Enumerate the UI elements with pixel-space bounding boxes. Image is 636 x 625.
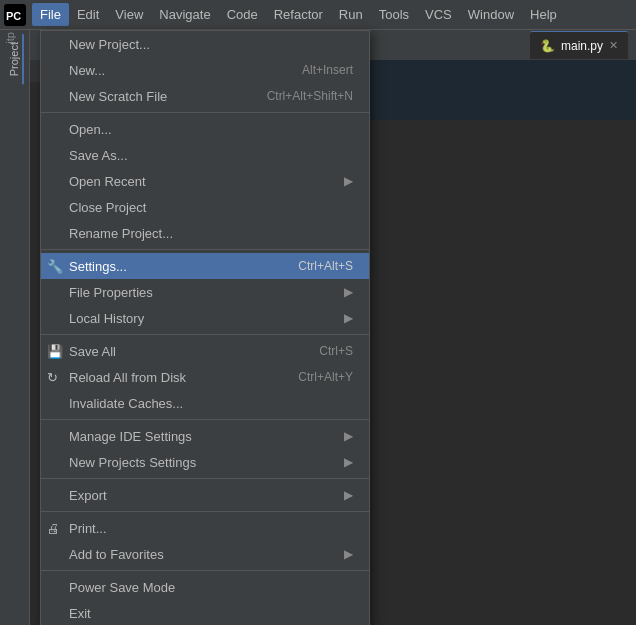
submenu-arrow-icon: ▶ — [344, 547, 353, 561]
menu-item-export[interactable]: Export▶ — [41, 482, 369, 508]
menu-separator — [41, 511, 369, 512]
menu-item-label: Reload All from Disk — [69, 370, 186, 385]
menu-item-shortcut: Ctrl+Alt+Shift+N — [267, 89, 353, 103]
menu-separator — [41, 570, 369, 571]
menu-item-label: Open... — [69, 122, 112, 137]
menu-view[interactable]: View — [107, 3, 151, 26]
menu-item-label: Export — [69, 488, 107, 503]
menu-item-open-recent[interactable]: Open Recent▶ — [41, 168, 369, 194]
menu-separator — [41, 334, 369, 335]
submenu-arrow-icon: ▶ — [344, 455, 353, 469]
menu-item-new-projects-settings[interactable]: New Projects Settings▶ — [41, 449, 369, 475]
menu-item-label: Print... — [69, 521, 107, 536]
menu-item-label: Open Recent — [69, 174, 146, 189]
menu-item-new-scratch[interactable]: New Scratch FileCtrl+Alt+Shift+N — [41, 83, 369, 109]
menu-item-file-properties[interactable]: File Properties▶ — [41, 279, 369, 305]
submenu-arrow-icon: ▶ — [344, 311, 353, 325]
menu-navigate[interactable]: Navigate — [151, 3, 218, 26]
menu-file[interactable]: File — [32, 3, 69, 26]
menu-item-power-save-mode[interactable]: Power Save Mode — [41, 574, 369, 600]
menu-item-label: Invalidate Caches... — [69, 396, 183, 411]
submenu-arrow-icon: ▶ — [344, 429, 353, 443]
menu-item-save-as[interactable]: Save As... — [41, 142, 369, 168]
menu-item-label: Close Project — [69, 200, 146, 215]
menu-item-add-to-favorites[interactable]: Add to Favorites▶ — [41, 541, 369, 567]
menu-item-new[interactable]: New...Alt+Insert — [41, 57, 369, 83]
menu-item-settings[interactable]: 🔧Settings...Ctrl+Alt+S — [41, 253, 369, 279]
menu-item-print[interactable]: 🖨Print... — [41, 515, 369, 541]
menu-item-close-project[interactable]: Close Project — [41, 194, 369, 220]
menu-item-shortcut: Alt+Insert — [302, 63, 353, 77]
menu-item-label: Exit — [69, 606, 91, 621]
svg-text:PC: PC — [6, 10, 21, 22]
menu-item-save-all[interactable]: 💾Save AllCtrl+S — [41, 338, 369, 364]
print-item-icon: 🖨 — [47, 521, 60, 536]
menu-separator — [41, 249, 369, 250]
menu-item-label: New Projects Settings — [69, 455, 196, 470]
menu-item-shortcut: Ctrl+Alt+S — [298, 259, 353, 273]
menu-separator — [41, 419, 369, 420]
menu-item-shortcut: Ctrl+S — [319, 344, 353, 358]
submenu-arrow-icon: ▶ — [344, 285, 353, 299]
tab-label: main.py — [561, 39, 603, 53]
menu-separator — [41, 478, 369, 479]
menu-edit[interactable]: Edit — [69, 3, 107, 26]
tab-main-py[interactable]: 🐍 main.py ✕ — [530, 31, 628, 59]
menu-window[interactable]: Window — [460, 3, 522, 26]
save-item-icon: 💾 — [47, 344, 63, 359]
menu-item-label: Power Save Mode — [69, 580, 175, 595]
menu-code[interactable]: Code — [219, 3, 266, 26]
menu-item-local-history[interactable]: Local History▶ — [41, 305, 369, 331]
menu-help[interactable]: Help — [522, 3, 565, 26]
menu-refactor[interactable]: Refactor — [266, 3, 331, 26]
menu-item-label: Manage IDE Settings — [69, 429, 192, 444]
menu-item-manage-ide-settings[interactable]: Manage IDE Settings▶ — [41, 423, 369, 449]
menu-item-invalidate-caches[interactable]: Invalidate Caches... — [41, 390, 369, 416]
menu-item-label: New Scratch File — [69, 89, 167, 104]
app-logo: PC — [4, 4, 26, 26]
menu-separator — [41, 112, 369, 113]
menu-vcs[interactable]: VCS — [417, 3, 460, 26]
menu-item-rename-project[interactable]: Rename Project... — [41, 220, 369, 246]
submenu-arrow-icon: ▶ — [344, 174, 353, 188]
menu-item-label: Save All — [69, 344, 116, 359]
file-menu-dropdown: New Project...New...Alt+InsertNew Scratc… — [40, 30, 370, 625]
menu-item-shortcut: Ctrl+Alt+Y — [298, 370, 353, 384]
python-file-icon: 🐍 — [540, 39, 555, 53]
menu-item-open[interactable]: Open... — [41, 116, 369, 142]
menu-item-label: Save As... — [69, 148, 128, 163]
menu-item-reload-all[interactable]: ↻Reload All from DiskCtrl+Alt+Y — [41, 364, 369, 390]
menu-run[interactable]: Run — [331, 3, 371, 26]
menu-item-label: Add to Favorites — [69, 547, 164, 562]
menu-item-label: Settings... — [69, 259, 127, 274]
menu-item-label: New... — [69, 63, 105, 78]
sidebar: Project — [0, 30, 30, 625]
tab-close-button[interactable]: ✕ — [609, 39, 618, 52]
submenu-arrow-icon: ▶ — [344, 488, 353, 502]
settings-item-icon: 🔧 — [47, 259, 63, 274]
menu-item-label: Rename Project... — [69, 226, 173, 241]
sidebar-tab-project[interactable]: Project — [6, 34, 24, 84]
menu-item-label: Local History — [69, 311, 144, 326]
menu-item-new-project[interactable]: New Project... — [41, 31, 369, 57]
reload-item-icon: ↻ — [47, 370, 58, 385]
menu-tools[interactable]: Tools — [371, 3, 417, 26]
menu-item-label: New Project... — [69, 37, 150, 52]
menu-item-exit[interactable]: Exit — [41, 600, 369, 625]
menu-item-label: File Properties — [69, 285, 153, 300]
menubar: PC File Edit View Navigate Code Refactor… — [0, 0, 636, 30]
